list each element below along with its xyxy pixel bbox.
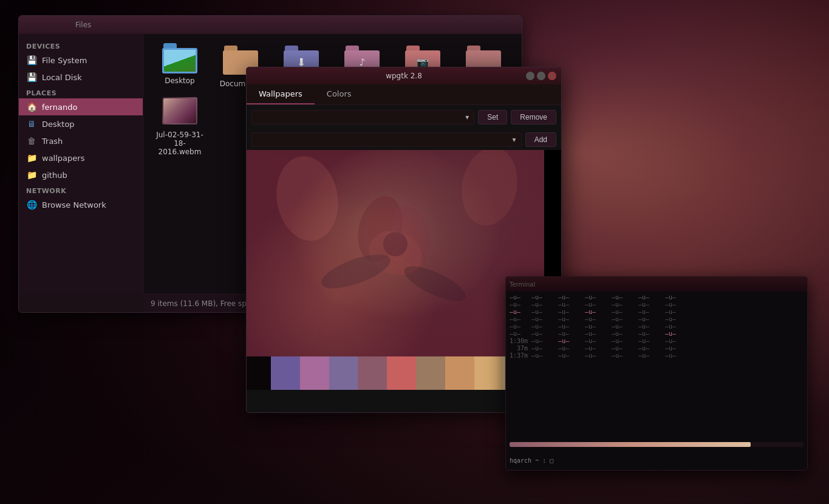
term-col: –u– xyxy=(612,301,635,308)
term-header-col: –u– xyxy=(510,294,528,301)
sidebar-label-filesystem: File System xyxy=(42,56,87,65)
term-col: –u– xyxy=(612,338,635,344)
remove-button[interactable]: Remove xyxy=(511,110,556,124)
file-item-video[interactable]: Jul-02-59-31-18-2016.webm xyxy=(152,94,207,156)
term-time3: 1:37m xyxy=(510,352,528,359)
swatch-6[interactable] xyxy=(445,356,474,390)
terminal-window: Terminal –u– –u– –u– –u– –u– –u– –u– –u–… xyxy=(505,276,808,471)
video-file-icon xyxy=(162,94,198,128)
tab-colors[interactable]: Colors xyxy=(315,84,364,104)
sidebar-item-desktop[interactable]: 🖥 Desktop xyxy=(19,115,143,132)
term-col: –u– xyxy=(638,294,661,301)
term-col: –u– xyxy=(531,345,554,352)
chevron-down-icon: ▾ xyxy=(465,113,469,121)
set-button[interactable]: Set xyxy=(478,110,507,124)
theme-dropdown[interactable]: ▾ xyxy=(251,132,522,147)
term-col: –u– xyxy=(638,345,661,352)
file-manager-titlebar: Files xyxy=(19,16,522,34)
flower-image xyxy=(247,150,544,356)
file-manager-title: Files xyxy=(75,21,91,29)
wallpaper-preview xyxy=(247,150,544,356)
svg-point-4 xyxy=(383,232,408,256)
svg-point-7 xyxy=(270,151,345,245)
term-col: –u– xyxy=(638,308,661,315)
chevron-down-icon-2: ▾ xyxy=(513,135,516,144)
sidebar-label-localdisk: Local Disk xyxy=(42,73,82,82)
term-col: –u– xyxy=(558,352,581,359)
term-col-accent: –u– xyxy=(665,330,688,337)
swatch-0[interactable] xyxy=(271,356,300,390)
sidebar-item-fernando[interactable]: 🏠 fernando xyxy=(19,98,143,115)
file-item-desktop[interactable]: Desktop xyxy=(152,43,207,88)
sidebar-item-trash[interactable]: 🗑 Trash xyxy=(19,132,143,149)
sidebar-label-fernando: fernando xyxy=(42,103,77,112)
term-col: –u– xyxy=(612,308,635,315)
term-col: –u– xyxy=(638,316,661,322)
term-row-4: –u– –u– –u– –u– –u– –u– –u– xyxy=(510,330,803,337)
hdd-icon: 💾 xyxy=(26,55,37,66)
swatch-2[interactable] xyxy=(329,356,358,390)
desktop-icon: 🖥 xyxy=(26,118,37,129)
file-label-desktop: Desktop xyxy=(165,77,195,85)
term-col: –u– xyxy=(665,323,688,330)
trash-icon: 🗑 xyxy=(26,135,37,146)
folder-icon-github: 📁 xyxy=(26,169,37,180)
term-col: –u– xyxy=(558,330,581,337)
sidebar-label-wallpapers: wallpapers xyxy=(42,154,84,163)
term-col: –u– xyxy=(558,316,581,322)
wpgtk-titlebar: wpgtk 2.8 − + × xyxy=(247,67,561,84)
term-col: –u– xyxy=(585,330,608,337)
terminal-progress-bar xyxy=(510,442,803,447)
sidebar-label-browse-network: Browse Network xyxy=(42,200,106,209)
term-col: –u– xyxy=(665,352,688,359)
swatch-7[interactable] xyxy=(474,356,503,390)
term-col: –u– xyxy=(531,316,554,322)
term-col: –u– xyxy=(531,338,554,344)
sidebar-label-github: github xyxy=(42,171,67,180)
wpgtk-title: wpgtk 2.8 xyxy=(282,72,526,80)
file-manager-sidebar: DEVICES 💾 File System 💾 Local Disk PLACE… xyxy=(19,34,143,294)
swatch-1[interactable] xyxy=(300,356,329,390)
sidebar-item-wallpapers[interactable]: 📁 wallpapers xyxy=(19,149,143,166)
swatch-3[interactable] xyxy=(358,356,387,390)
term-col: –u– xyxy=(558,323,581,330)
term-col-h: –u– xyxy=(558,338,581,344)
sidebar-item-github[interactable]: 📁 github xyxy=(19,166,143,183)
term-col: –u– xyxy=(612,323,635,330)
tab-wallpapers[interactable]: Wallpapers xyxy=(247,84,315,104)
term-col: –u– xyxy=(585,338,608,344)
swatch-5[interactable] xyxy=(416,356,445,390)
term-col: –u– xyxy=(638,338,661,344)
minimize-button[interactable]: − xyxy=(526,72,534,80)
sidebar-item-localdisk[interactable]: 💾 Local Disk xyxy=(19,69,143,86)
palette-black xyxy=(247,356,271,390)
wallpaper-dropdown[interactable]: ▾ xyxy=(251,110,474,124)
term-row-3: –u– –u– –u– –u– –u– –u– –u– xyxy=(510,323,803,330)
sidebar-item-browse-network[interactable]: 🌐 Browse Network xyxy=(19,196,143,213)
terminal-body[interactable]: –u– –u– –u– –u– –u– –u– –u– –u– –u– –u– … xyxy=(506,291,807,470)
term-row-1: –u– –u– –u– –u– –u– –u– –u– xyxy=(510,301,803,308)
wpgtk-window-controls: − + × xyxy=(526,72,556,80)
desktop-folder-icon xyxy=(162,43,197,73)
term-col: –u– xyxy=(558,308,581,315)
term-row-label: –u– xyxy=(510,323,528,330)
close-button[interactable]: × xyxy=(548,72,556,80)
add-button[interactable]: Add xyxy=(525,132,556,147)
home-icon: 🏠 xyxy=(26,101,37,112)
sidebar-item-filesystem[interactable]: 💾 File System xyxy=(19,52,143,69)
maximize-button[interactable]: + xyxy=(537,72,545,80)
term-col: –u– xyxy=(638,323,661,330)
swatch-4[interactable] xyxy=(387,356,416,390)
term-col: –u– xyxy=(665,316,688,322)
term-col-highlight: –u– xyxy=(585,308,608,315)
term-col: –u– xyxy=(531,352,554,359)
term-col: –u– xyxy=(585,352,608,359)
term-col: –u– xyxy=(665,308,688,315)
term-col: –u– xyxy=(531,330,554,337)
places-section-header: PLACES xyxy=(19,86,143,98)
term-row-6: 37m –u– –u– –u– –u– –u– –u– xyxy=(510,345,803,352)
term-col: –u– xyxy=(665,301,688,308)
term-col: –u– xyxy=(612,294,635,301)
term-row-highlight: –u– –u– –u– –u– –u– –u– –u– xyxy=(510,308,803,315)
term-col: –u– xyxy=(612,330,635,337)
